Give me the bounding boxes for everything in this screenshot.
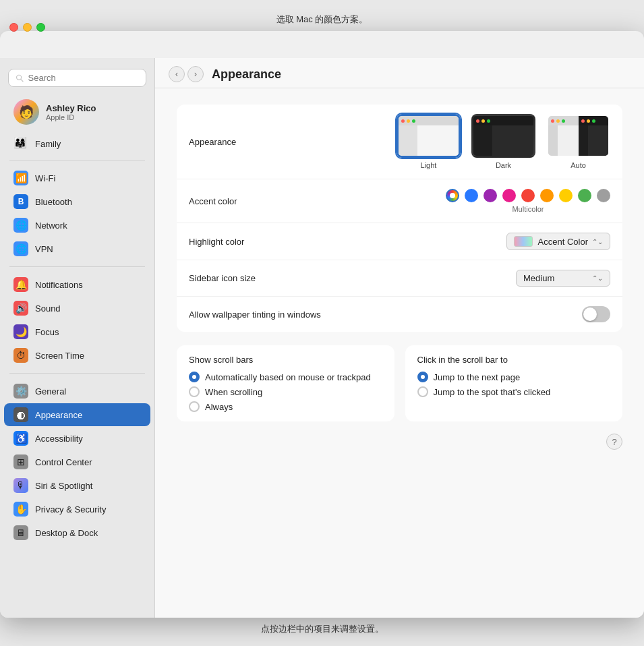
user-name: Ashley Rico xyxy=(46,103,96,113)
sidebar-item-general[interactable]: ⚙️ General xyxy=(4,380,150,403)
show-scroll-bars-title: Show scroll bars xyxy=(189,355,382,365)
tooltip-bottom: 点按边栏中的项目来调整设置。 xyxy=(261,623,384,635)
maximize-button[interactable] xyxy=(36,31,45,32)
highlight-color-select[interactable]: Accent Color ⌃⌄ xyxy=(506,233,610,250)
minimize-button[interactable] xyxy=(23,31,32,32)
sidebar-divider-3 xyxy=(9,373,145,374)
color-circle-orange[interactable] xyxy=(540,189,554,202)
user-info: Ashley Rico Apple ID xyxy=(46,103,96,121)
sidebar-icon-size-control: Medium ⌃⌄ xyxy=(324,270,610,287)
sidebar-item-appearance[interactable]: ◐ Appearance xyxy=(4,403,150,426)
help-button[interactable]: ? xyxy=(606,434,622,450)
back-button[interactable]: ‹ xyxy=(169,66,185,82)
sidebar-item-vpn[interactable]: 🌐 VPN xyxy=(4,237,150,260)
sidebar-item-network[interactable]: 🌐 Network xyxy=(4,214,150,237)
click-scroll-title: Click in the scroll bar to xyxy=(417,355,611,365)
sidebar-item-general-label: General xyxy=(35,386,66,397)
appearance-option-auto[interactable]: Auto xyxy=(546,114,610,169)
accent-color-control: Multicolor xyxy=(324,189,610,213)
sidebar-item-sound[interactable]: 🔊 Sound xyxy=(4,297,150,320)
show-scroll-bars-section: Show scroll bars Automatically based on … xyxy=(177,345,394,421)
content-panel: ‹ › Appearance Appearance xyxy=(155,58,644,618)
click-radio-nextpage[interactable]: Jump to the next page xyxy=(417,372,611,382)
sidebar-item-privacy[interactable]: ✋ Privacy & Security xyxy=(4,498,150,521)
sidebar-icon-size-select[interactable]: Medium ⌃⌄ xyxy=(516,270,610,287)
appearance-dark-label: Dark xyxy=(496,161,511,169)
accent-colors: Multicolor xyxy=(446,189,610,213)
sidebar-item-siri-label: Siri & Spotlight xyxy=(35,481,92,491)
color-circle-yellow[interactable] xyxy=(559,189,573,202)
sidebar-item-bluetooth[interactable]: B Bluetooth xyxy=(4,190,150,213)
wallpaper-tinting-toggle[interactable] xyxy=(582,306,610,322)
sidebar-icon-size-label: Sidebar icon size xyxy=(189,273,324,283)
sidebar-item-accessibility-label: Accessibility xyxy=(35,434,83,444)
wallpaper-tinting-row: Allow wallpaper tinting in windows xyxy=(177,297,622,332)
color-circle-green[interactable] xyxy=(578,189,591,202)
content-header: ‹ › Appearance xyxy=(155,58,644,88)
sidebar-divider-2 xyxy=(9,266,145,267)
color-circle-blue[interactable] xyxy=(465,189,478,202)
wifi-icon: 📶 xyxy=(13,171,28,185)
toggle-knob xyxy=(583,307,597,321)
appearance-thumb-auto xyxy=(546,114,610,158)
user-profile[interactable]: 🧑 Ashley Rico Apple ID xyxy=(4,94,150,130)
forward-button[interactable]: › xyxy=(187,66,204,82)
color-circle-purple[interactable] xyxy=(484,189,497,202)
sidebar-item-screentime[interactable]: ⏱ Screen Time xyxy=(4,344,150,367)
highlight-color-row: Highlight color Accent Color ⌃⌄ xyxy=(177,223,622,260)
appearance-light-label: Light xyxy=(421,161,437,169)
main-layout: 🧑 Ashley Rico Apple ID 👨‍👩‍👧 Family 📶 xyxy=(0,31,644,618)
appearance-option-light[interactable]: Light xyxy=(397,114,461,169)
sidebar-icon-size-value: Medium xyxy=(523,273,554,283)
highlight-color-label: Highlight color xyxy=(189,237,324,247)
accent-color-label: Accent color xyxy=(189,196,324,206)
sidebar-system-section: 🔔 Notifications 🔊 Sound 🌙 Focus ⏱ Screen… xyxy=(0,271,154,369)
sidebar-item-desktop[interactable]: 🖥 Desktop & Dock xyxy=(4,521,150,544)
sidebar-item-sound-label: Sound xyxy=(35,303,61,314)
sidebar-item-wifi[interactable]: 📶 Wi-Fi xyxy=(4,167,150,189)
sidebar-item-privacy-label: Privacy & Security xyxy=(35,504,106,515)
controlcenter-icon: ⊞ xyxy=(13,454,28,469)
color-circle-pink[interactable] xyxy=(502,189,516,202)
sidebar-item-network-label: Network xyxy=(35,221,67,231)
family-label: Family xyxy=(35,139,61,149)
family-icon: 👨‍👩‍👧 xyxy=(13,136,28,151)
appearance-thumb-light xyxy=(397,114,461,158)
avatar: 🧑 xyxy=(13,99,39,125)
scroll-radio-always-label: Always xyxy=(205,402,233,412)
scroll-radio-auto-label: Automatically based on mouse or trackpad xyxy=(205,372,371,382)
sidebar-item-siri[interactable]: 🎙 Siri & Spotlight xyxy=(4,474,150,497)
scroll-radio-always[interactable]: Always xyxy=(189,401,382,412)
sidebar-icon-size-row: Sidebar icon size Medium ⌃⌄ xyxy=(177,260,622,297)
sidebar-item-bluetooth-label: Bluetooth xyxy=(35,197,72,207)
click-radio-nextpage-circle xyxy=(417,372,428,382)
appearance-icon: ◐ xyxy=(13,407,28,422)
appearance-auto-label: Auto xyxy=(570,161,586,169)
sidebar-item-controlcenter[interactable]: ⊞ Control Center xyxy=(4,450,150,473)
appearance-control: Light xyxy=(324,114,610,169)
sidebar-item-notifications[interactable]: 🔔 Notifications xyxy=(4,273,150,296)
sound-icon: 🔊 xyxy=(13,301,28,316)
close-button[interactable] xyxy=(9,31,18,32)
appearance-option-dark[interactable]: Dark xyxy=(471,114,535,169)
sidebar-item-wifi-label: Wi-Fi xyxy=(35,173,55,183)
click-radio-clickspot[interactable]: Jump to the spot that's clicked xyxy=(417,386,611,397)
color-circle-multicolor[interactable] xyxy=(446,189,459,202)
highlight-color-control: Accent Color ⌃⌄ xyxy=(324,233,610,250)
sidebar-item-accessibility[interactable]: ♿ Accessibility xyxy=(4,427,150,450)
search-box[interactable] xyxy=(8,69,146,87)
sidebar-item-focus[interactable]: 🌙 Focus xyxy=(4,320,150,343)
color-circle-red[interactable] xyxy=(521,189,535,202)
click-scroll-section: Click in the scroll bar to Jump to the n… xyxy=(405,345,623,421)
search-input[interactable] xyxy=(28,73,139,83)
bluetooth-icon: B xyxy=(13,194,28,209)
notifications-icon: 🔔 xyxy=(13,277,28,292)
scroll-radio-auto[interactable]: Automatically based on mouse or trackpad xyxy=(189,372,382,382)
sidebar-item-family[interactable]: 👨‍👩‍👧 Family xyxy=(4,132,150,155)
scroll-radio-scrolling[interactable]: When scrolling xyxy=(189,386,382,397)
color-circle-graphite[interactable] xyxy=(597,189,610,202)
sidebar-item-desktop-label: Desktop & Dock xyxy=(35,528,98,538)
sidebar-prefs-section: ⚙️ General ◐ Appearance ♿ Accessibility … xyxy=(0,378,154,546)
sidebar-item-notifications-label: Notifications xyxy=(35,280,83,290)
content-body: Appearance xyxy=(155,88,644,618)
